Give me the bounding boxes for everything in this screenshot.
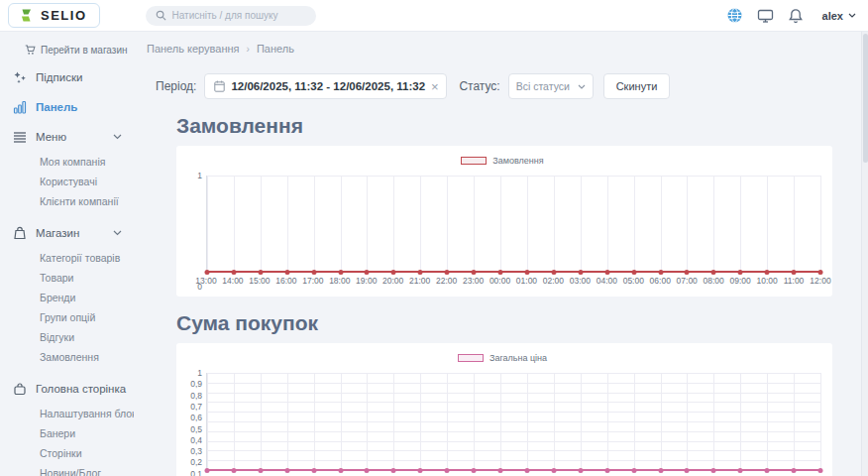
period-date-range-input[interactable]: 12/06/2025, 11:32 - 12/06/2025, 11:32 × — [204, 73, 447, 99]
chart-legend[interactable]: Замовлення — [184, 155, 820, 167]
plot-area — [206, 176, 820, 272]
orders-chart-title: Замовлення — [176, 114, 868, 138]
y-axis-tick: 0,9 — [190, 379, 202, 389]
sidebar-item-homepage[interactable]: Головна сторінка — [0, 380, 134, 397]
v-gridline — [740, 176, 741, 272]
go-to-store-link[interactable]: Перейти в магазин — [0, 45, 134, 56]
v-gridline — [740, 373, 741, 470]
chevron-down-icon — [113, 134, 122, 140]
notifications-bell-icon[interactable] — [788, 7, 805, 24]
v-gridline — [367, 373, 368, 470]
status-select[interactable]: Всі статуси — [508, 73, 594, 99]
y-axis-tick: 0,2 — [190, 457, 202, 467]
x-axis-tick: 07:00 — [677, 276, 698, 286]
sidebar-subitem[interactable]: Бренди — [0, 288, 134, 307]
app-logo[interactable]: SELIO — [8, 3, 100, 28]
display-monitor-icon[interactable] — [757, 7, 774, 24]
purchase-sum-chart-section: Сума покупок Загальна ціна 10,90,80,70,6… — [134, 311, 868, 476]
sidebar-menu: ПідпискиПанельМенюМоя компаніяКористувач… — [0, 68, 134, 476]
sidebar-subitem[interactable]: Сторінки — [0, 443, 134, 463]
v-gridline — [634, 373, 635, 470]
chart-legend[interactable]: Загальна ціна — [184, 352, 820, 364]
x-axis-tick: 06:00 — [650, 276, 671, 286]
v-gridline — [314, 176, 315, 272]
sidebar-item-store[interactable]: Магазин — [0, 224, 134, 241]
y-axis-tick: 0,6 — [190, 413, 202, 422]
x-axis-tick: 01:00 — [516, 276, 537, 286]
language-globe-icon[interactable] — [726, 7, 743, 24]
sidebar-subitem[interactable]: Налаштування блоку — [0, 404, 134, 423]
x-axis-tick: 13:00 — [195, 276, 216, 286]
v-gridline — [554, 373, 555, 470]
v-gridline — [713, 373, 714, 470]
scrollbar-thumb[interactable] — [863, 34, 868, 163]
v-gridline — [713, 176, 714, 272]
sidebar-subitem[interactable]: Відгуки — [0, 327, 134, 347]
sidebar-subitem[interactable]: Новини/Блог — [0, 463, 134, 476]
period-value: 12/06/2025, 11:32 - 12/06/2025, 11:32 — [231, 80, 425, 92]
x-axis-tick: 18:00 — [329, 276, 350, 286]
x-axis-tick: 10:00 — [756, 276, 777, 286]
sidebar-subitem[interactable]: Моя компанія — [0, 152, 134, 172]
h-gridline — [207, 431, 820, 432]
sidebar-subitem[interactable]: Користувачі — [0, 172, 134, 191]
x-axis-tick: 20:00 — [382, 276, 403, 286]
v-gridline — [474, 373, 475, 470]
v-gridline — [687, 373, 688, 470]
x-axis-tick: 00:00 — [489, 276, 510, 286]
sidebar-item-label: Панель — [36, 101, 122, 113]
search-placeholder: Натисніть / для пошуку — [172, 10, 278, 21]
v-gridline — [367, 176, 368, 272]
user-menu[interactable]: alex — [822, 10, 856, 22]
sidebar-subitem[interactable]: Клієнти компанії — [0, 191, 134, 211]
period-label: Період: — [156, 79, 196, 93]
sidebar-subitem[interactable]: Групи опцій — [0, 307, 134, 327]
sidebar-item-label: Головна сторінка — [36, 383, 126, 395]
y-axis-tick: 0,3 — [190, 446, 202, 456]
v-gridline — [767, 373, 768, 470]
x-axis-tick: 15:00 — [249, 276, 270, 286]
v-gridline — [581, 176, 582, 272]
v-gridline — [234, 176, 235, 272]
v-gridline — [687, 176, 688, 272]
sidebar-item-label: Меню — [36, 131, 104, 143]
sidebar-subitem[interactable]: Товари — [0, 268, 134, 288]
app-header: SELIO Натисніть / для пошуку — [0, 0, 868, 32]
chevron-down-icon — [113, 230, 122, 236]
clear-period-icon[interactable]: × — [431, 80, 439, 93]
sidebar-item-menu[interactable]: Меню — [0, 128, 134, 145]
v-gridline — [447, 176, 448, 272]
legend-label: Загальна ціна — [489, 353, 547, 363]
breadcrumb-parent[interactable]: Панель керування — [147, 43, 240, 55]
v-gridline — [207, 176, 208, 272]
x-axis: 13:0014:0015:0016:0017:0018:0019:0020:00… — [206, 470, 820, 476]
y-axis-tick: 1 — [197, 171, 202, 180]
v-gridline — [607, 176, 608, 272]
sidebar-subitem[interactable]: Категорії товарів — [0, 248, 134, 268]
v-gridline — [820, 373, 821, 470]
x-axis-tick: 23:00 — [463, 276, 484, 286]
x-axis-tick: 11:00 — [784, 276, 805, 286]
bag-icon — [13, 226, 27, 240]
v-gridline — [420, 176, 421, 272]
sidebar-subitem[interactable]: Банери — [0, 423, 134, 443]
main-content: Панель керування › Панель Період: 12/06/… — [134, 32, 868, 476]
h-gridline — [207, 450, 820, 451]
v-gridline — [234, 373, 235, 470]
search-input[interactable]: Натисніть / для пошуку — [146, 6, 316, 26]
status-label: Статус: — [459, 79, 499, 93]
reset-filters-button[interactable]: Скинути — [603, 73, 671, 99]
x-axis-tick: 16:00 — [275, 276, 296, 286]
v-gridline — [341, 373, 342, 470]
y-axis: 10,90,80,70,60,50,40,30,20,10 — [184, 373, 206, 476]
sidebar-item-dashboard[interactable]: Панель — [0, 98, 134, 115]
vertical-scrollbar[interactable] — [861, 32, 868, 476]
h-gridline — [207, 383, 820, 384]
v-gridline — [794, 373, 795, 470]
v-gridline — [474, 176, 475, 272]
y-axis-tick: 0,5 — [190, 424, 202, 434]
v-gridline — [500, 176, 501, 272]
sidebar-item-subscriptions[interactable]: Підписки — [0, 68, 134, 85]
h-gridline — [207, 412, 820, 413]
sidebar-subitem[interactable]: Замовлення — [0, 347, 134, 367]
